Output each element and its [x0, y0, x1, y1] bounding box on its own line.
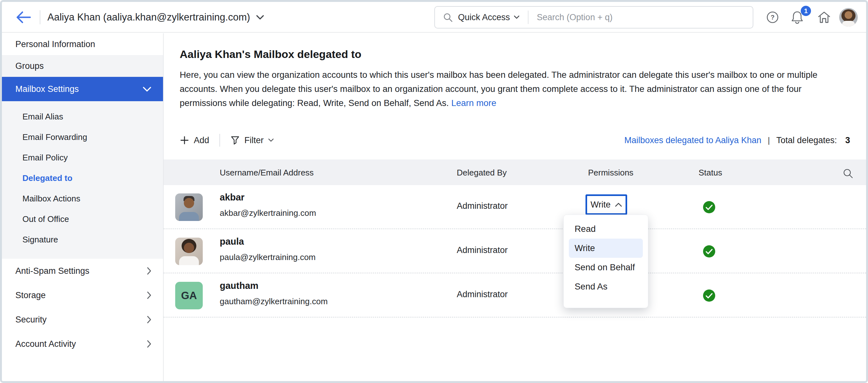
plus-icon	[180, 135, 189, 145]
sidebar-item-label: Anti-Spam Settings	[16, 266, 89, 276]
status-active-icon	[703, 289, 715, 302]
sidebar-item-label: Personal Information	[16, 39, 95, 49]
chevron-right-icon	[147, 340, 152, 348]
global-search-bar[interactable]: Quick Access	[434, 6, 753, 29]
chevron-down-icon	[514, 15, 520, 19]
filter-button[interactable]: Filter	[230, 135, 274, 146]
column-header-username: Username/Email Address	[220, 168, 314, 178]
chevron-down-icon	[143, 87, 152, 92]
total-delegates-value: 3	[845, 135, 850, 146]
mailbox-settings-submenu: Email Alias Email Forwarding Email Polic…	[2, 101, 163, 259]
permission-dropdown-button[interactable]: Write	[586, 194, 627, 215]
search-icon	[443, 12, 453, 23]
sidebar-item-label: Security	[16, 315, 47, 325]
avatar-graphic	[179, 256, 199, 265]
mailboxes-delegated-link[interactable]: Mailboxes delegated to Aaliya Khan	[624, 135, 761, 146]
status-active-icon	[703, 245, 715, 257]
page-title: Aaliya Khan's Mailbox delegated to	[180, 48, 361, 61]
sidebar-item-account-activity[interactable]: Account Activity	[2, 332, 163, 356]
dropdown-option-read[interactable]: Read	[564, 219, 648, 238]
table-row: paula paula@zylkertraining.com Administr…	[164, 229, 866, 274]
sidebar-item-label: Email Forwarding	[23, 132, 87, 142]
chevron-right-icon	[147, 267, 152, 275]
help-icon: ?	[766, 11, 779, 24]
delegated-by-cell: Administrator	[457, 201, 508, 211]
avatar	[175, 237, 203, 265]
notification-count-badge: 1	[801, 6, 811, 16]
username-cell: paula	[220, 236, 244, 247]
settings-sidebar: Personal Information Groups Mailbox Sett…	[2, 33, 164, 381]
chevron-right-icon	[147, 315, 152, 324]
page-description-text: Here, you can view the organization acco…	[180, 70, 817, 108]
sidebar-item-email-forwarding[interactable]: Email Forwarding	[2, 127, 163, 147]
filter-funnel-icon	[230, 135, 240, 145]
sidebar-item-groups[interactable]: Groups	[2, 55, 163, 77]
sidebar-item-email-policy[interactable]: Email Policy	[2, 147, 163, 168]
header-divider	[40, 10, 40, 24]
column-header-status: Status	[699, 168, 722, 178]
chevron-down-icon	[268, 138, 274, 142]
table-toolbar: Add Filter	[180, 131, 274, 149]
learn-more-link[interactable]: Learn more	[451, 98, 496, 108]
username-cell: akbar	[220, 192, 244, 203]
dropdown-option-send-as[interactable]: Send As	[564, 277, 648, 296]
chevron-down-icon	[256, 15, 264, 20]
sidebar-item-storage[interactable]: Storage	[2, 283, 163, 308]
sidebar-item-security[interactable]: Security	[2, 308, 163, 332]
profile-avatar[interactable]	[839, 8, 858, 27]
svg-text:?: ?	[771, 14, 774, 21]
add-button-label: Add	[194, 135, 209, 146]
back-button[interactable]	[16, 10, 32, 25]
email-cell: paula@zylkertraining.com	[220, 252, 316, 262]
delegated-by-cell: Administrator	[457, 245, 508, 255]
sidebar-item-label: Delegated to	[23, 173, 72, 183]
sidebar-item-label: Storage	[16, 290, 46, 300]
table-row: GA gautham gautham@zylkertraining.com Ad…	[164, 274, 866, 318]
dropdown-option-write[interactable]: Write	[569, 238, 643, 258]
main-content: Aaliya Khan's Mailbox delegated to Here,…	[164, 33, 866, 381]
user-account-title: Aaliya Khan (aaliya.khan@zylkertraining.…	[48, 11, 250, 23]
delegated-by-cell: Administrator	[457, 289, 508, 299]
chevron-up-icon	[615, 203, 622, 207]
sidebar-item-mailbox-settings[interactable]: Mailbox Settings	[2, 77, 163, 101]
sidebar-item-label: Email Alias	[23, 112, 63, 122]
sidebar-item-out-of-office[interactable]: Out of Office	[2, 209, 163, 229]
dropdown-option-send-on-behalf[interactable]: Send on Behalf	[564, 258, 648, 277]
app-window: Aaliya Khan (aaliya.khan@zylkertraining.…	[0, 0, 868, 383]
search-input[interactable]	[537, 12, 745, 23]
filter-button-label: Filter	[244, 135, 264, 146]
status-active-icon	[703, 201, 715, 213]
add-button[interactable]: Add	[180, 135, 209, 146]
permission-dropdown-menu: Read Write Send on Behalf Send As	[563, 215, 648, 308]
sidebar-item-label: Groups	[16, 61, 44, 71]
avatar-initials: GA	[175, 282, 203, 309]
column-header-permissions: Permissions	[588, 168, 633, 178]
table-header: Username/Email Address Delegated By Perm…	[164, 159, 866, 185]
sidebar-item-anti-spam-settings[interactable]: Anti-Spam Settings	[2, 259, 163, 283]
user-account-menu[interactable]: Aaliya Khan (aaliya.khan@zylkertraining.…	[48, 2, 264, 33]
username-cell: gautham	[220, 281, 258, 291]
avatar-graphic	[184, 198, 194, 208]
avatar-graphic	[179, 212, 199, 221]
email-cell: akbar@zylkertraining.com	[220, 208, 316, 218]
sidebar-item-delegated-to[interactable]: Delegated to	[2, 168, 163, 188]
quick-access-selector[interactable]: Quick Access	[458, 12, 510, 23]
sidebar-item-signature[interactable]: Signature	[2, 229, 163, 250]
top-header: Aaliya Khan (aaliya.khan@zylkertraining.…	[2, 2, 866, 33]
avatar-graphic	[842, 21, 855, 27]
sidebar-item-personal-information[interactable]: Personal Information	[2, 33, 163, 55]
sidebar-item-email-alias[interactable]: Email Alias	[2, 106, 163, 127]
home-button[interactable]	[817, 2, 831, 33]
home-icon	[817, 11, 831, 24]
notifications-button[interactable]	[790, 2, 804, 33]
sidebar-item-label: Mailbox Actions	[23, 194, 81, 204]
summary-separator: |	[768, 135, 770, 146]
sidebar-item-mailbox-actions[interactable]: Mailbox Actions	[2, 188, 163, 209]
sidebar-item-label: Email Policy	[23, 153, 68, 163]
check-icon	[706, 204, 713, 210]
table-search-button[interactable]	[842, 168, 853, 179]
table-row: akbar akbar@zylkertraining.com Administr…	[164, 185, 866, 229]
help-button[interactable]: ?	[766, 2, 779, 33]
back-arrow-icon	[16, 10, 32, 25]
delegation-summary: Mailboxes delegated to Aaliya Khan | Tot…	[624, 131, 850, 149]
